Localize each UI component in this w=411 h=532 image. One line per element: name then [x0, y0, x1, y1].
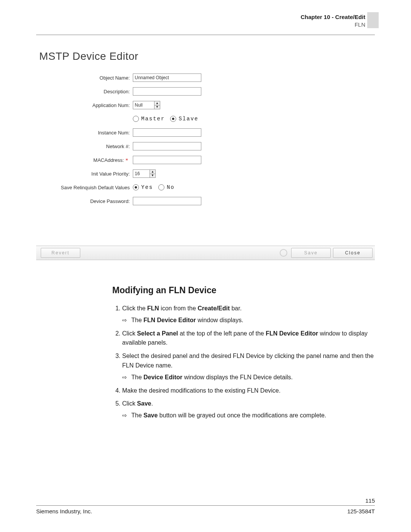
- label-application-num: Application Num:: [39, 102, 133, 108]
- instruction-steps: Click the FLN icon from the Create/Edit …: [112, 304, 375, 420]
- label-device-password: Device Password:: [39, 198, 133, 204]
- chapter-title: Chapter 10 - Create/Edit: [301, 13, 365, 21]
- step-4: Make the desired modifications to the ex…: [122, 386, 375, 396]
- instance-num-input[interactable]: [133, 128, 201, 137]
- radio-master[interactable]: Master: [133, 116, 165, 122]
- chapter-section: FLN: [301, 21, 365, 29]
- device-form: Object Name: Description: Application Nu…: [39, 73, 375, 206]
- page-number: 115: [36, 497, 375, 504]
- radio-sr-yes[interactable]: Yes: [133, 184, 153, 190]
- mac-address-input[interactable]: [133, 156, 201, 164]
- close-button[interactable]: Close: [333, 248, 373, 258]
- label-mac-address-text: MACAddress:: [93, 157, 124, 163]
- required-icon: *: [125, 157, 130, 163]
- row-application-num: Application Num: ▲ ▼: [39, 101, 375, 110]
- description-input[interactable]: [133, 87, 201, 96]
- init-value-priority-spinner[interactable]: ▲ ▼: [133, 169, 156, 178]
- radio-master-label: Master: [141, 116, 165, 122]
- text: button will be grayed out once the modif…: [158, 412, 326, 419]
- device-password-input[interactable]: [133, 197, 201, 205]
- text: at the top of the left pane of the: [178, 330, 266, 337]
- text: bar.: [230, 305, 242, 312]
- step-1: Click the FLN icon from the Create/Edit …: [122, 304, 375, 325]
- label-network-num: Network #:: [39, 144, 133, 149]
- step-5-result: The Save button will be grayed out once …: [122, 411, 375, 420]
- text: icon from the: [159, 305, 198, 312]
- spinner-down-icon[interactable]: ▼: [155, 105, 160, 109]
- radio-sr-no-label: No: [167, 184, 175, 190]
- step-2: Click Select a Panel at the top of the l…: [122, 329, 375, 348]
- text: .: [151, 400, 153, 407]
- status-ring-icon: [280, 249, 287, 257]
- label-init-value-priority: Init Value Priority:: [39, 171, 133, 177]
- row-object-name: Object Name:: [39, 73, 375, 82]
- text: Click the: [122, 305, 147, 312]
- revert-button[interactable]: Revert: [41, 248, 80, 258]
- page-header: Chapter 10 - Create/Edit FLN: [36, 13, 375, 35]
- text-bold: Select a Panel: [137, 330, 178, 337]
- text: Click: [122, 400, 137, 407]
- step-3: Select the desired panel and the desired…: [122, 351, 375, 382]
- row-instance-num: Instance Num:: [39, 128, 375, 137]
- step-1-result: The FLN Device Editor window displays.: [122, 316, 375, 325]
- text: Click: [122, 330, 137, 337]
- row-mac-address: MACAddress: *: [39, 155, 375, 165]
- text: The: [131, 317, 143, 323]
- label-instance-num: Instance Num:: [39, 130, 133, 136]
- radio-master-dot[interactable]: [133, 116, 139, 122]
- radio-sr-yes-dot[interactable]: [133, 184, 139, 190]
- row-save-relinquish: Save Relinquish Default Values Yes No: [39, 183, 375, 192]
- text-bold: FLN Device Editor: [266, 330, 318, 337]
- page-footer: 115 Siemens Industry, Inc. 125-3584T: [36, 497, 375, 514]
- button-bar: Revert Save Close: [36, 246, 375, 260]
- spinner-up-icon[interactable]: ▲: [150, 170, 155, 174]
- text: The: [131, 412, 143, 419]
- row-init-value-priority: Init Value Priority: ▲ ▼: [39, 169, 375, 178]
- text-bold: Create/Edit: [198, 305, 229, 312]
- step-3-result: The Device Editor window displays the FL…: [122, 373, 375, 382]
- text: Make the desired modifications to the ex…: [122, 387, 280, 394]
- footer-doc-number: 125-3584T: [347, 508, 375, 514]
- text: Select the desired panel and the desired…: [122, 353, 374, 369]
- radio-slave-label: Slave: [178, 116, 198, 122]
- text: The: [131, 374, 143, 380]
- footer-company: Siemens Industry, Inc.: [36, 508, 92, 514]
- header-rule: [36, 35, 375, 35]
- header-block: [367, 12, 379, 28]
- application-num-input[interactable]: [133, 101, 154, 109]
- text: window displays.: [196, 317, 244, 323]
- radio-slave-dot[interactable]: [170, 116, 176, 122]
- label-description: Description:: [39, 89, 133, 94]
- application-num-spinner[interactable]: ▲ ▼: [133, 101, 160, 109]
- network-num-input[interactable]: [133, 142, 201, 150]
- radio-slave[interactable]: Slave: [170, 116, 198, 122]
- row-description: Description:: [39, 87, 375, 96]
- text-bold: FLN Device Editor: [143, 317, 196, 323]
- row-mode: Master Slave: [39, 114, 375, 123]
- text-bold: Device Editor: [143, 374, 182, 380]
- text-bold: Save: [143, 412, 158, 419]
- init-value-priority-input[interactable]: [133, 169, 150, 178]
- footer-rule: [36, 505, 375, 506]
- row-network-num: Network #:: [39, 142, 375, 151]
- spinner-down-icon[interactable]: ▼: [150, 174, 155, 178]
- text-bold: Save: [137, 400, 151, 407]
- label-object-name: Object Name:: [39, 75, 133, 81]
- text: window displays the FLN Device details.: [182, 374, 293, 380]
- label-save-relinquish: Save Relinquish Default Values: [39, 185, 133, 190]
- radio-sr-no-dot[interactable]: [158, 184, 164, 190]
- step-5: Click Save. The Save button will be gray…: [122, 399, 375, 420]
- text-bold: FLN: [147, 305, 159, 312]
- object-name-input[interactable]: [133, 73, 201, 82]
- spinner-up-icon[interactable]: ▲: [155, 101, 160, 105]
- editor-title: MSTP Device Editor: [39, 50, 375, 62]
- label-mac-address: MACAddress: *: [39, 157, 133, 163]
- row-device-password: Device Password:: [39, 197, 375, 206]
- radio-sr-yes-label: Yes: [141, 184, 153, 190]
- radio-sr-no[interactable]: No: [158, 184, 175, 190]
- save-button[interactable]: Save: [291, 248, 331, 258]
- instructions-title: Modifying an FLN Device: [112, 285, 375, 296]
